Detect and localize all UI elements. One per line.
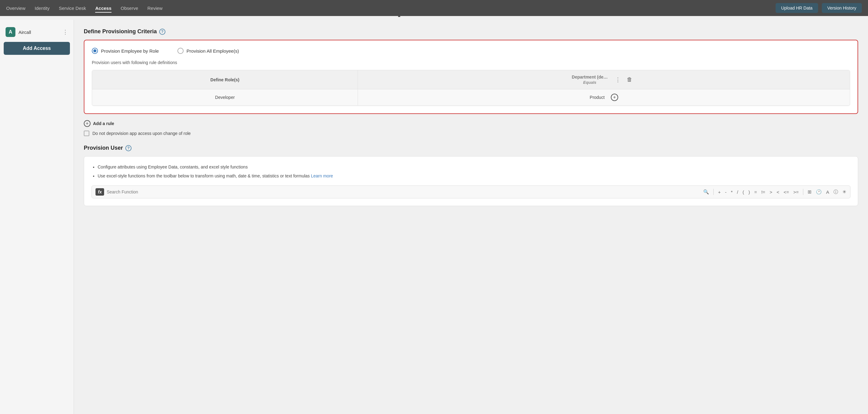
column-more-button[interactable]: ⋮: [614, 75, 622, 85]
org-section: A Aircall ⋮: [4, 25, 70, 42]
bullet-2-text: Use excel-style functions from the toolb…: [98, 173, 310, 178]
grid-icon[interactable]: ⊞: [808, 189, 812, 195]
nav-service-desk[interactable]: Service Desk: [59, 4, 86, 12]
nav-actions: Upload HR Data Version History: [776, 3, 862, 13]
provision-by-role-label: Provision Employee by Role: [101, 49, 159, 54]
cell-product: Product +: [358, 89, 850, 106]
formula-icons: 🔍 + - * / ( ) = != > < <= >=: [703, 189, 846, 195]
org-more-icon[interactable]: ⋮: [63, 29, 68, 35]
info-icon[interactable]: ⓘ: [834, 189, 838, 195]
nav-links: Overview Identity Service Desk Access Ob…: [6, 4, 163, 12]
sidebar: A Aircall ⋮ Add Access: [0, 20, 74, 414]
toolbar-less[interactable]: <: [777, 189, 779, 195]
nav-identity[interactable]: Identity: [35, 4, 50, 12]
provision-user-help-icon[interactable]: ?: [125, 145, 131, 151]
toolbar-multiply[interactable]: *: [731, 189, 733, 195]
deprovision-checkbox[interactable]: [84, 131, 89, 136]
add-rule-label[interactable]: Add a rule: [93, 121, 114, 126]
cell-product-value: Product: [590, 95, 604, 100]
bullet-2: Use excel-style functions from the toolb…: [98, 173, 850, 179]
toolbar-close-paren[interactable]: ): [748, 189, 750, 195]
search-function-input[interactable]: [106, 189, 701, 194]
define-provisioning-section: Define Provisioning Criteria ? Provision…: [84, 28, 858, 136]
upload-hr-data-button[interactable]: Upload HR Data: [776, 3, 818, 13]
deprovision-label: Do not deprovision app access upon chang…: [92, 131, 191, 136]
col-define-roles-header: Define Role(s): [92, 70, 358, 89]
define-provisioning-help-icon[interactable]: ?: [159, 29, 165, 35]
nav-observe[interactable]: Observe: [121, 4, 138, 12]
radio-group: Provision Employee by Role Provision All…: [92, 48, 850, 54]
add-rule-icon[interactable]: +: [84, 120, 91, 127]
text-icon[interactable]: A: [826, 189, 829, 195]
criteria-card: Provision Employee by Role Provision All…: [84, 40, 858, 114]
toolbar-not-equals[interactable]: !=: [761, 189, 765, 195]
provision-by-role-radio[interactable]: [92, 48, 98, 54]
toolbar-open-paren[interactable]: (: [743, 189, 744, 195]
nav-review[interactable]: Review: [148, 4, 163, 12]
nav-access[interactable]: Access: [95, 4, 112, 12]
search-icon[interactable]: 🔍: [703, 189, 709, 195]
toolbar-equals[interactable]: =: [754, 189, 757, 195]
learn-more-link[interactable]: Learn more: [311, 173, 333, 178]
clock-icon[interactable]: 🕐: [816, 189, 822, 195]
fx-badge: fx: [95, 188, 104, 196]
provision-bullets: Configure attributes using Employee Data…: [91, 164, 850, 179]
cell-developer[interactable]: Developer: [92, 89, 358, 106]
provision-all-employees-option[interactable]: Provision All Employee(s): [178, 48, 239, 54]
org-name: Aircall: [19, 30, 59, 35]
formula-divider-2: [803, 189, 803, 195]
toolbar-minus[interactable]: -: [725, 189, 726, 195]
provision-by-role-option[interactable]: Provision Employee by Role: [92, 48, 159, 54]
col-department-header: Department (de… Equals ⋮ 🗑: [358, 70, 850, 89]
column-delete-button[interactable]: 🗑: [626, 75, 633, 84]
dept-header: Department (de… Equals: [572, 74, 608, 85]
provision-user-title: Provision User ?: [84, 145, 858, 151]
top-nav: Overview Identity Service Desk Access Ob…: [0, 0, 868, 16]
add-access-button[interactable]: Add Access: [4, 42, 70, 55]
table-row: Developer Product +: [92, 89, 850, 106]
toolbar-gte[interactable]: >=: [793, 189, 799, 195]
nav-overview[interactable]: Overview: [6, 4, 26, 12]
define-provisioning-title-text: Define Provisioning Criteria: [84, 28, 157, 35]
app-layout: A Aircall ⋮ Add Access Define Provisioni…: [0, 20, 868, 414]
toolbar-greater[interactable]: >: [769, 189, 772, 195]
toolbar-lte[interactable]: <=: [784, 189, 789, 195]
col1-header-text: Define Role(s): [210, 77, 239, 82]
formula-divider: [713, 189, 714, 195]
rules-table: Define Role(s) Department (de… Equals: [92, 70, 850, 106]
define-provisioning-title: Define Provisioning Criteria ?: [84, 28, 858, 35]
sparkle-icon[interactable]: ✳: [842, 189, 846, 195]
bullet-1: Configure attributes using Employee Data…: [98, 164, 850, 170]
provision-all-employees-radio[interactable]: [178, 48, 184, 54]
provision-all-employees-label: Provision All Employee(s): [187, 49, 239, 54]
provision-desc: Provision users with following rule defi…: [92, 60, 850, 65]
version-history-button[interactable]: Version History: [822, 3, 862, 13]
radio-inner-dot: [93, 49, 96, 52]
dept-sub: Equals: [583, 80, 596, 85]
dept-title: Department (de…: [572, 74, 608, 79]
toolbar-plus[interactable]: +: [718, 189, 721, 195]
provision-user-section: Provision User ? Configure attributes us…: [84, 145, 858, 206]
main-content: Define Provisioning Criteria ? Provision…: [74, 20, 868, 414]
provision-user-card: Configure attributes using Employee Data…: [84, 156, 858, 206]
add-condition-button[interactable]: +: [611, 94, 618, 101]
formula-bar: fx 🔍 + - * / ( ) = != > <: [91, 185, 850, 198]
toolbar-divide[interactable]: /: [737, 189, 738, 195]
add-rule-row: + Add a rule: [84, 120, 858, 127]
deprovision-checkbox-row: Do not deprovision app access upon chang…: [84, 131, 858, 136]
org-avatar: A: [5, 27, 16, 37]
table-header-actions: ⋮ 🗑: [614, 75, 636, 85]
rules-table-container: Define Role(s) Department (de… Equals: [92, 70, 850, 106]
provision-user-title-text: Provision User: [84, 145, 123, 151]
